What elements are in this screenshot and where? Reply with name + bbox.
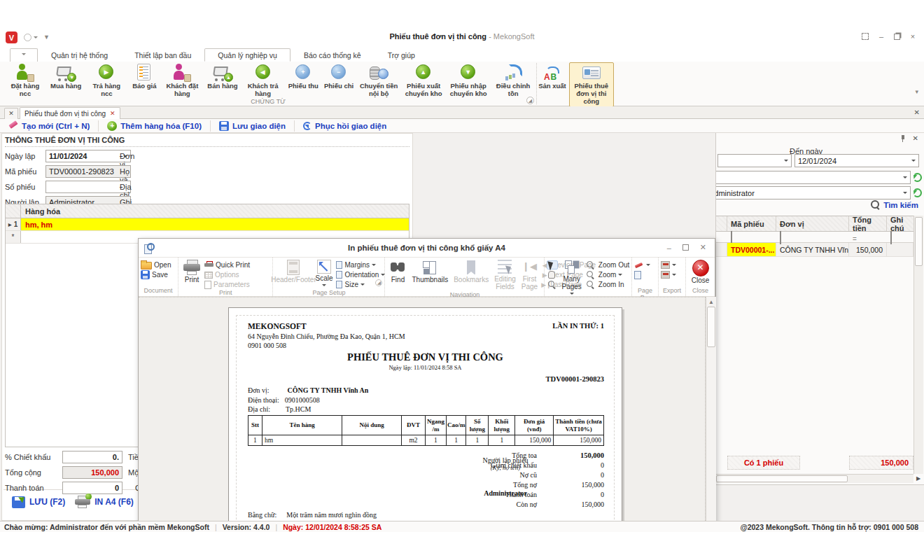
tabstrip-close-button[interactable]: ✕	[4, 108, 18, 119]
ribbon-menu-button[interactable]	[10, 48, 38, 62]
dropdown-caret-icon[interactable]	[784, 160, 788, 164]
restore-layout-button[interactable]: Phục hồi giao diện	[295, 120, 395, 132]
preview-area[interactable]: MEKONGSOFT LẦN IN THỨ: 1 64 Nguyễn Đình …	[139, 297, 706, 532]
cell-don-vi[interactable]: CÔNG TY TNHH Vĩnh An	[776, 243, 849, 256]
filter-combo-1[interactable]	[716, 171, 911, 184]
vertical-scrollbar[interactable]	[913, 216, 923, 474]
ribbon-item-ban-hang[interactable]: ▲Bán hàng	[204, 62, 240, 92]
caret-icon	[672, 264, 676, 268]
panel-close-icon[interactable]: ✕	[913, 134, 918, 142]
many-pages-button[interactable]: Many Pages	[559, 259, 583, 298]
horizontal-scrollbar[interactable]	[716, 474, 913, 483]
ribbon-item-phieu-chi[interactable]: −Phiếu chi	[321, 62, 356, 92]
ribbon-item-mua-hang[interactable]: ▼Mua hàng	[48, 62, 84, 92]
print-a4-button[interactable]: IN A4 (F6)	[75, 496, 134, 508]
so-phieu-field[interactable]	[46, 181, 131, 193]
ribbon-item-chuyen-tien-noi-bo[interactable]: Chuyển tiền nội bộ	[356, 62, 401, 99]
to-date-combo[interactable]: 12/01/2024	[794, 154, 919, 167]
magnifier-tool-button[interactable]	[547, 280, 558, 289]
zoom-in-button[interactable]: Zoom In	[585, 280, 629, 289]
zoom-out-button[interactable]: Zoom Out	[585, 260, 629, 270]
grid-cell-hang-hoa[interactable]: hm, hm	[21, 218, 409, 230]
ribbon-item-phieu-nhap-chuyen-kho[interactable]: ▼Phiếu nhập chuyển kho	[446, 62, 491, 99]
search-button[interactable]: Tìm kiếm	[871, 200, 918, 209]
ribbon-item-phieu-xuat-chuyen-kho[interactable]: ▲Phiếu xuất chuyển kho	[401, 62, 446, 99]
cell-ma-phieu[interactable]: TDV00001-...	[727, 243, 776, 256]
refresh-icon[interactable]	[913, 188, 922, 197]
refresh-icon[interactable]	[913, 173, 922, 182]
cell-tong-tien[interactable]: 150,000	[849, 243, 887, 256]
zoom-button[interactable]: Zoom	[585, 270, 629, 279]
dropdown-caret-icon[interactable]	[911, 160, 916, 164]
find-button[interactable]: Find	[387, 259, 408, 284]
export-document-button[interactable]	[661, 260, 676, 270]
col-tong-tien[interactable]: Tổng tiền	[849, 216, 887, 231]
margins-button[interactable]: Margins	[336, 260, 385, 270]
col-ghi-chu[interactable]: Ghi chú	[887, 216, 913, 231]
col-don-vi[interactable]: Đơn vị	[776, 216, 849, 231]
close-preview-button[interactable]: ✕Close	[690, 259, 712, 285]
ma-phieu-field[interactable]: TDV00001-290823	[46, 165, 131, 178]
ngay-lap-combo[interactable]: 11/01/2024	[46, 150, 131, 162]
tab-close-icon[interactable]: ✕	[110, 110, 115, 117]
grid-column-header[interactable]: Hàng hóa	[21, 204, 409, 218]
new-record-button[interactable]: Tạo mới (Ctrl + N)	[0, 120, 99, 132]
col-ma-phieu[interactable]: Mã phiếu	[727, 216, 776, 231]
cell-ghi-chu[interactable]	[887, 243, 913, 256]
document-tab[interactable]: Phiếu thuê đơn vị thi công✕	[20, 107, 120, 119]
scale-button[interactable]: Scale	[313, 259, 335, 289]
tab-quan-ly-nghiep-vu[interactable]: Quản lý nghiệp vụ	[204, 48, 290, 62]
ribbon-item-dieu-chinh-ton[interactable]: Điều chỉnh tồn	[491, 62, 536, 99]
scroll-up-icon[interactable]: ▲	[708, 299, 714, 305]
preview-vertical-scrollbar[interactable]: ▲	[706, 297, 716, 532]
orientation-button[interactable]: Orientation	[336, 270, 385, 279]
restore-icon[interactable]	[894, 34, 900, 40]
save-layout-button[interactable]: Lưu giao diện	[211, 120, 295, 132]
ribbon-item-dat-hang-ncc[interactable]: Đặt hàng ncc	[3, 62, 48, 99]
thanh-toan-field[interactable]: 0	[62, 482, 122, 494]
ribbon-item-bao-gia[interactable]: Báo giá	[129, 62, 160, 92]
scroll-right-icon[interactable]: ▶	[916, 475, 920, 482]
save-button[interactable]: LƯU (F2)	[12, 496, 65, 508]
dropdown-caret-icon[interactable]	[903, 192, 907, 196]
add-item-button[interactable]: +Thêm hàng hóa (F10)	[99, 120, 211, 132]
dialog-maximize-icon[interactable]	[682, 244, 689, 251]
dialog-toolbar: Open Save Document Print Quick Print Opt…	[139, 258, 715, 297]
user-filter-combo[interactable]: Administrator	[716, 186, 911, 200]
ribbon-group-collapse-icon[interactable]: ◢	[526, 97, 534, 104]
dialog-minimize-icon[interactable]: –	[667, 244, 671, 252]
dropdown-caret-icon[interactable]	[903, 176, 907, 181]
chiet-khau-field[interactable]: 0.	[62, 451, 122, 463]
pointer-tool-button[interactable]	[547, 260, 558, 270]
tab-quan-tri-he-thong[interactable]: Quản trị hệ thống	[38, 48, 121, 62]
ribbon-item-tra-hang-ncc[interactable]: ▶Trả hàng ncc	[84, 62, 129, 99]
minimize-icon[interactable]: –	[877, 32, 886, 41]
watermark-button[interactable]	[634, 260, 650, 270]
ribbon-item-khach-tra-hang[interactable]: ◀Khách trả hàng	[241, 62, 286, 99]
hand-tool-button[interactable]	[547, 270, 558, 279]
save-button[interactable]: Save	[141, 270, 171, 279]
ribbon-item-phieu-thu[interactable]: +Phiếu thu	[286, 62, 321, 92]
fullscreen-icon[interactable]	[862, 33, 869, 40]
ribbon-item-san-xuat[interactable]: ABSản xuất	[536, 62, 569, 92]
tab-tro-giup[interactable]: Trợ giúp	[374, 48, 428, 62]
filter-row[interactable]: =	[716, 232, 913, 243]
ribbon-item-phieu-thue-don-vi-thi-cong[interactable]: Phiếu thuê đơn vị thi công	[569, 62, 614, 107]
table-row[interactable]: TDV00001-... CÔNG TY TNHH Vĩnh An 150,00…	[716, 243, 913, 257]
dialog-close-icon[interactable]: ✕	[700, 243, 706, 252]
tab-bao-cao-thong-ke[interactable]: Báo cáo thống kê	[290, 48, 374, 62]
tab-thiet-lap-ban-dau[interactable]: Thiết lập ban đầu	[121, 48, 204, 62]
equals-filter-icon[interactable]: =	[853, 235, 857, 243]
send-email-button[interactable]	[661, 270, 676, 279]
close-icon[interactable]: ×	[909, 32, 917, 41]
ribbon-item-khach-dat-hang[interactable]: Khách đặt hàng	[160, 62, 204, 99]
thumbnails-button[interactable]: Thumbnails	[410, 259, 450, 284]
open-button[interactable]: Open	[141, 260, 171, 270]
print-button[interactable]: Print	[181, 259, 203, 284]
ribbon-minimize-caret-icon[interactable]: ▾	[915, 88, 918, 95]
from-date-combo[interactable]	[718, 154, 792, 167]
tabstrip-right-close-icon[interactable]: ✕	[914, 108, 920, 116]
page-color-button[interactable]	[634, 270, 650, 279]
quick-print-button[interactable]: Quick Print	[204, 260, 250, 270]
pin-icon[interactable]	[899, 135, 906, 142]
